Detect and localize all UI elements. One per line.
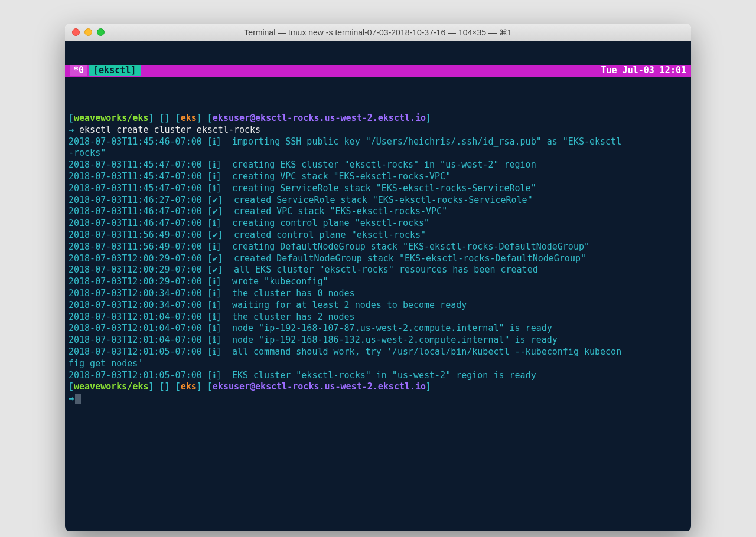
terminal-content[interactable]: *0 [eksctl] Tue Jul-03 12:01 [weaveworks… bbox=[65, 41, 691, 531]
prompt-repo: weaveworks/eks bbox=[74, 113, 148, 123]
terminal-window: Terminal — tmux new -s terminal-07-03-20… bbox=[65, 24, 691, 531]
br: [ bbox=[175, 113, 181, 123]
br: [ bbox=[69, 113, 74, 123]
prompt-user: eksuser@eksctl-rocks.us-west-2.eksctl.io bbox=[213, 113, 426, 123]
prompt-context: eks bbox=[181, 381, 197, 392]
tmux-clock: Tue Jul-03 12:01 bbox=[601, 65, 687, 77]
command-text: eksctl create cluster eksctl-rocks bbox=[79, 125, 260, 135]
tmux-tab-index: *0 bbox=[70, 65, 87, 77]
titlebar[interactable]: Terminal — tmux new -s terminal-07-03-20… bbox=[65, 24, 691, 41]
prompt-user: eksuser@eksctl-rocks.us-west-2.eksctl.io bbox=[213, 381, 426, 392]
br: [ bbox=[175, 381, 181, 392]
log-output: 2018-07-03T11:45:46-07:00 [ℹ] importing … bbox=[69, 136, 621, 381]
br: ] bbox=[148, 113, 154, 123]
tmux-tab-name: [eksctl] bbox=[89, 65, 141, 77]
br: ] bbox=[426, 113, 431, 123]
prompt-repo: weaveworks/eks bbox=[74, 381, 148, 392]
br: [ bbox=[69, 381, 74, 392]
br: ] bbox=[197, 113, 202, 123]
terminal-body: [weaveworks/eks] [] [eks] [eksuser@eksct… bbox=[65, 112, 691, 408]
tmux-statusbar: *0 [eksctl] Tue Jul-03 12:01 bbox=[65, 65, 691, 77]
br: [ bbox=[207, 113, 213, 123]
prompt-arrow-icon: → bbox=[69, 125, 79, 135]
br: ] bbox=[148, 381, 154, 392]
prompt-line-1: [weaveworks/eks] [] [eks] [eksuser@eksct… bbox=[69, 113, 431, 123]
cursor bbox=[75, 394, 81, 404]
br: [ bbox=[207, 381, 213, 392]
br: ] bbox=[197, 381, 202, 392]
prompt-gap: [] bbox=[154, 113, 175, 123]
window-title: Terminal — tmux new -s terminal-07-03-20… bbox=[65, 28, 691, 37]
prompt-gap: [] bbox=[154, 381, 175, 392]
prompt-context: eks bbox=[181, 113, 197, 123]
prompt-line-2: [weaveworks/eks] [] [eks] [eksuser@eksct… bbox=[69, 381, 431, 392]
br: ] bbox=[426, 381, 431, 392]
prompt-arrow-icon: → bbox=[69, 393, 74, 404]
